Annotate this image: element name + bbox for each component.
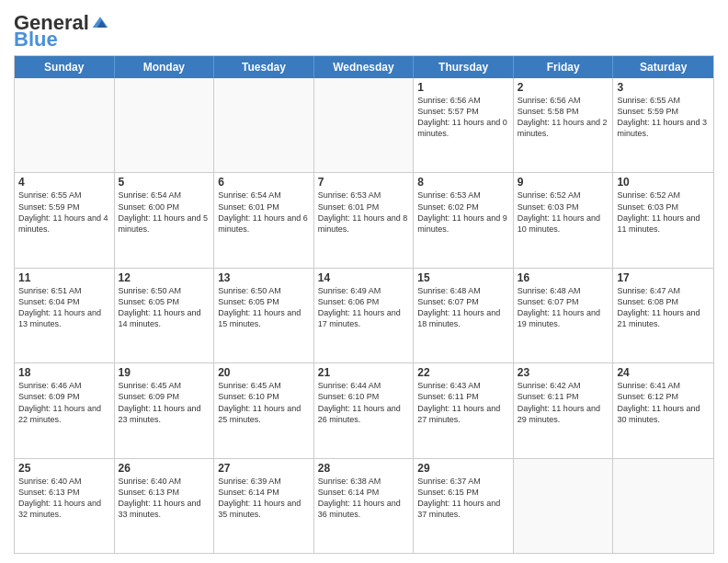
cal-header-tuesday: Tuesday bbox=[214, 56, 314, 78]
day-number: 7 bbox=[318, 176, 410, 189]
cal-cell-3-1: 19Sunrise: 6:45 AM Sunset: 6:09 PM Dayli… bbox=[115, 363, 215, 457]
day-number: 25 bbox=[18, 462, 110, 475]
cell-text: Sunrise: 6:54 AM Sunset: 6:01 PM Dayligh… bbox=[218, 190, 310, 235]
cal-header-wednesday: Wednesday bbox=[314, 56, 415, 78]
cal-header-friday: Friday bbox=[514, 56, 614, 78]
cell-text: Sunrise: 6:42 AM Sunset: 6:11 PM Dayligh… bbox=[518, 380, 609, 425]
day-number: 21 bbox=[318, 366, 410, 379]
cell-text: Sunrise: 6:37 AM Sunset: 6:15 PM Dayligh… bbox=[417, 476, 509, 521]
cell-text: Sunrise: 6:55 AM Sunset: 5:59 PM Dayligh… bbox=[617, 95, 710, 140]
cal-cell-4-0: 25Sunrise: 6:40 AM Sunset: 6:13 PM Dayli… bbox=[15, 459, 115, 553]
day-number: 20 bbox=[218, 366, 310, 379]
cal-cell-1-2: 6Sunrise: 6:54 AM Sunset: 6:01 PM Daylig… bbox=[214, 173, 314, 267]
day-number: 11 bbox=[18, 271, 110, 284]
cal-cell-4-5 bbox=[514, 459, 614, 553]
day-number: 12 bbox=[119, 271, 210, 284]
cal-cell-3-2: 20Sunrise: 6:45 AM Sunset: 6:10 PM Dayli… bbox=[214, 363, 314, 457]
cal-cell-4-6 bbox=[613, 459, 713, 553]
cell-text: Sunrise: 6:43 AM Sunset: 6:11 PM Dayligh… bbox=[417, 380, 509, 425]
cell-text: Sunrise: 6:53 AM Sunset: 6:01 PM Dayligh… bbox=[318, 190, 410, 235]
cal-header-saturday: Saturday bbox=[613, 56, 713, 78]
cal-week-4: 25Sunrise: 6:40 AM Sunset: 6:13 PM Dayli… bbox=[15, 459, 713, 553]
calendar-header-row: SundayMondayTuesdayWednesdayThursdayFrid… bbox=[15, 56, 713, 78]
cal-cell-2-6: 17Sunrise: 6:47 AM Sunset: 6:08 PM Dayli… bbox=[613, 269, 713, 362]
cal-header-sunday: Sunday bbox=[15, 56, 115, 78]
cal-cell-4-2: 27Sunrise: 6:39 AM Sunset: 6:14 PM Dayli… bbox=[214, 459, 314, 553]
cal-cell-1-4: 8Sunrise: 6:53 AM Sunset: 6:02 PM Daylig… bbox=[414, 173, 514, 267]
cal-cell-0-1 bbox=[115, 78, 215, 172]
cal-cell-0-2 bbox=[214, 78, 314, 172]
cal-cell-2-2: 13Sunrise: 6:50 AM Sunset: 6:05 PM Dayli… bbox=[214, 269, 314, 362]
cell-text: Sunrise: 6:56 AM Sunset: 5:58 PM Dayligh… bbox=[518, 95, 609, 140]
day-number: 13 bbox=[218, 271, 310, 284]
cell-text: Sunrise: 6:53 AM Sunset: 6:02 PM Dayligh… bbox=[417, 190, 509, 235]
day-number: 27 bbox=[218, 462, 310, 475]
cell-text: Sunrise: 6:54 AM Sunset: 6:00 PM Dayligh… bbox=[119, 190, 210, 235]
cell-text: Sunrise: 6:38 AM Sunset: 6:14 PM Dayligh… bbox=[318, 476, 410, 521]
cal-cell-2-1: 12Sunrise: 6:50 AM Sunset: 6:05 PM Dayli… bbox=[115, 269, 215, 362]
cell-text: Sunrise: 6:39 AM Sunset: 6:14 PM Dayligh… bbox=[218, 476, 310, 521]
cell-text: Sunrise: 6:55 AM Sunset: 5:59 PM Dayligh… bbox=[18, 190, 110, 235]
cal-cell-4-3: 28Sunrise: 6:38 AM Sunset: 6:14 PM Dayli… bbox=[314, 459, 415, 553]
page: General Blue SundayMondayTuesdayWednesda… bbox=[0, 0, 728, 563]
cal-cell-0-0 bbox=[15, 78, 115, 172]
cell-text: Sunrise: 6:47 AM Sunset: 6:08 PM Dayligh… bbox=[617, 285, 710, 330]
day-number: 23 bbox=[518, 366, 609, 379]
cal-cell-1-1: 5Sunrise: 6:54 AM Sunset: 6:00 PM Daylig… bbox=[115, 173, 215, 267]
day-number: 17 bbox=[617, 271, 710, 284]
cell-text: Sunrise: 6:46 AM Sunset: 6:09 PM Dayligh… bbox=[18, 380, 110, 425]
cal-cell-1-5: 9Sunrise: 6:52 AM Sunset: 6:03 PM Daylig… bbox=[514, 173, 614, 267]
cal-header-monday: Monday bbox=[115, 56, 215, 78]
day-number: 4 bbox=[18, 176, 110, 189]
day-number: 19 bbox=[119, 366, 210, 379]
cal-cell-0-5: 2Sunrise: 6:56 AM Sunset: 5:58 PM Daylig… bbox=[514, 78, 614, 172]
day-number: 5 bbox=[119, 176, 210, 189]
day-number: 1 bbox=[417, 81, 509, 94]
cell-text: Sunrise: 6:52 AM Sunset: 6:03 PM Dayligh… bbox=[518, 190, 609, 235]
day-number: 26 bbox=[119, 462, 210, 475]
logo-icon bbox=[91, 14, 109, 32]
cal-cell-3-4: 22Sunrise: 6:43 AM Sunset: 6:11 PM Dayli… bbox=[414, 363, 514, 457]
cell-text: Sunrise: 6:41 AM Sunset: 6:12 PM Dayligh… bbox=[617, 380, 710, 425]
header: General Blue bbox=[14, 9, 714, 50]
day-number: 16 bbox=[518, 271, 609, 284]
cell-text: Sunrise: 6:48 AM Sunset: 6:07 PM Dayligh… bbox=[518, 285, 609, 330]
day-number: 8 bbox=[417, 176, 509, 189]
day-number: 6 bbox=[218, 176, 310, 189]
day-number: 24 bbox=[617, 366, 710, 379]
calendar: SundayMondayTuesdayWednesdayThursdayFrid… bbox=[14, 55, 714, 554]
cell-text: Sunrise: 6:51 AM Sunset: 6:04 PM Dayligh… bbox=[18, 285, 110, 330]
cell-text: Sunrise: 6:48 AM Sunset: 6:07 PM Dayligh… bbox=[417, 285, 509, 330]
day-number: 28 bbox=[318, 462, 410, 475]
cell-text: Sunrise: 6:52 AM Sunset: 6:03 PM Dayligh… bbox=[617, 190, 710, 235]
cal-week-3: 18Sunrise: 6:46 AM Sunset: 6:09 PM Dayli… bbox=[15, 363, 713, 458]
day-number: 9 bbox=[518, 176, 609, 189]
cal-cell-0-4: 1Sunrise: 6:56 AM Sunset: 5:57 PM Daylig… bbox=[414, 78, 514, 172]
cal-week-1: 4Sunrise: 6:55 AM Sunset: 5:59 PM Daylig… bbox=[15, 173, 713, 268]
cal-week-2: 11Sunrise: 6:51 AM Sunset: 6:04 PM Dayli… bbox=[15, 269, 713, 363]
cal-cell-2-3: 14Sunrise: 6:49 AM Sunset: 6:06 PM Dayli… bbox=[314, 269, 415, 362]
cal-cell-1-6: 10Sunrise: 6:52 AM Sunset: 6:03 PM Dayli… bbox=[613, 173, 713, 267]
cal-cell-3-5: 23Sunrise: 6:42 AM Sunset: 6:11 PM Dayli… bbox=[514, 363, 614, 457]
cell-text: Sunrise: 6:45 AM Sunset: 6:10 PM Dayligh… bbox=[218, 380, 310, 425]
cal-cell-0-6: 3Sunrise: 6:55 AM Sunset: 5:59 PM Daylig… bbox=[613, 78, 713, 172]
day-number: 10 bbox=[617, 176, 710, 189]
cal-cell-3-0: 18Sunrise: 6:46 AM Sunset: 6:09 PM Dayli… bbox=[15, 363, 115, 457]
cell-text: Sunrise: 6:44 AM Sunset: 6:10 PM Dayligh… bbox=[318, 380, 410, 425]
logo-text-blue: Blue bbox=[14, 29, 58, 50]
day-number: 3 bbox=[617, 81, 710, 94]
cell-text: Sunrise: 6:45 AM Sunset: 6:09 PM Dayligh… bbox=[119, 380, 210, 425]
cell-text: Sunrise: 6:50 AM Sunset: 6:05 PM Dayligh… bbox=[218, 285, 310, 330]
day-number: 15 bbox=[417, 271, 509, 284]
cell-text: Sunrise: 6:40 AM Sunset: 6:13 PM Dayligh… bbox=[18, 476, 110, 521]
cell-text: Sunrise: 6:56 AM Sunset: 5:57 PM Dayligh… bbox=[417, 95, 509, 140]
cal-cell-0-3 bbox=[314, 78, 415, 172]
day-number: 29 bbox=[417, 462, 509, 475]
day-number: 18 bbox=[18, 366, 110, 379]
calendar-body: 1Sunrise: 6:56 AM Sunset: 5:57 PM Daylig… bbox=[15, 78, 713, 553]
logo: General Blue bbox=[14, 13, 109, 50]
cell-text: Sunrise: 6:50 AM Sunset: 6:05 PM Dayligh… bbox=[119, 285, 210, 330]
cal-cell-1-0: 4Sunrise: 6:55 AM Sunset: 5:59 PM Daylig… bbox=[15, 173, 115, 267]
cal-cell-4-4: 29Sunrise: 6:37 AM Sunset: 6:15 PM Dayli… bbox=[414, 459, 514, 553]
cal-cell-2-5: 16Sunrise: 6:48 AM Sunset: 6:07 PM Dayli… bbox=[514, 269, 614, 362]
